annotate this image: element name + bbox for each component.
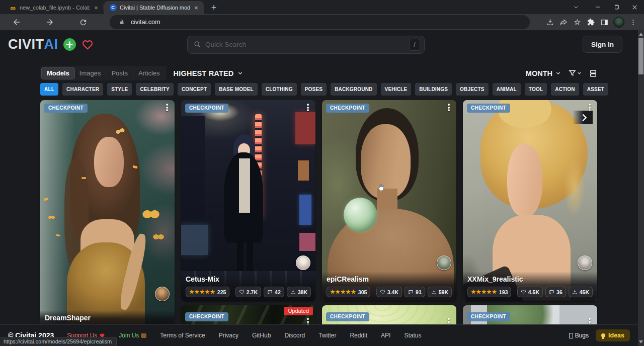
tab-search-icon[interactable] — [569, 0, 583, 14]
model-preview-image — [181, 100, 315, 301]
checkpoint-badge: CHECKPOINT — [467, 104, 510, 113]
window-controls — [569, 0, 644, 14]
money-emoji — [141, 333, 146, 338]
model-title[interactable]: Cetus-Mix — [186, 275, 311, 283]
model-title[interactable]: epiCRealism — [327, 275, 452, 283]
category-buildings[interactable]: BUILDINGS — [415, 83, 452, 96]
downloads-stat: 59K — [428, 287, 452, 297]
scrollbar-thumb[interactable] — [638, 38, 643, 74]
scroll-up-arrow[interactable] — [639, 33, 643, 36]
comment-icon — [549, 289, 554, 295]
footer-link-api[interactable]: API — [381, 332, 390, 339]
model-title[interactable]: XXMix_9realistic — [467, 275, 593, 283]
category-concept[interactable]: CONCEPT — [178, 83, 211, 96]
category-style[interactable]: STYLE — [107, 83, 132, 96]
category-celebrity[interactable]: CELEBRITY — [136, 83, 173, 96]
page-viewport: CIVITAI / Sign In Models Images Posts Ar… — [0, 30, 644, 346]
content-type-tabs: Models Images Posts Articles — [40, 66, 167, 80]
tab-posts[interactable]: Posts — [106, 67, 133, 79]
layout-toggle-button[interactable] — [589, 69, 598, 78]
filter-button[interactable] — [568, 69, 582, 77]
share-icon[interactable] — [557, 15, 571, 29]
search-input[interactable] — [205, 41, 405, 48]
browser-profile-avatar[interactable] — [613, 17, 624, 28]
create-plus-button[interactable] — [63, 38, 76, 51]
category-poses[interactable]: POSES — [301, 83, 327, 96]
category-action[interactable]: ACTION — [551, 83, 579, 96]
bookmark-star-icon[interactable] — [571, 15, 584, 29]
period-dropdown[interactable]: MONTH — [526, 69, 561, 77]
search-shortcut-badge: / — [409, 39, 420, 51]
filter-icon — [568, 69, 577, 77]
footer-link-join[interactable]: Join Us — [119, 332, 146, 339]
category-base-model[interactable]: BASE MODEL — [215, 83, 258, 96]
category-clothing[interactable]: CLOTHING — [262, 83, 297, 96]
extensions-icon[interactable] — [584, 15, 598, 29]
categories-scroll-right-icon[interactable] — [579, 111, 590, 124]
address-bar[interactable]: civitai.com — [110, 15, 530, 29]
tab-articles[interactable]: Articles — [133, 67, 165, 79]
footer-link-reddit[interactable]: Reddit — [350, 332, 367, 339]
comments-stat: 91 — [405, 287, 425, 297]
creator-avatar[interactable] — [155, 287, 170, 301]
side-panel-icon[interactable] — [598, 15, 611, 29]
browser-menu-icon[interactable] — [626, 15, 640, 29]
model-title[interactable]: DreamShaper — [45, 314, 170, 322]
tab-images[interactable]: Images — [74, 67, 106, 79]
footer-link-status[interactable]: Status — [404, 332, 421, 339]
card-menu-icon[interactable]: ••• — [445, 103, 453, 112]
maximize-button[interactable] — [607, 0, 625, 14]
footer-link-terms[interactable]: Terms of Service — [160, 332, 205, 339]
creator-avatar[interactable] — [437, 255, 451, 270]
card-menu-icon[interactable]: ••• — [304, 103, 312, 112]
model-card-cetus-mix[interactable]: CHECKPOINT ••• Cetus-Mix ★★★★★225 2.7K 4… — [181, 100, 315, 301]
footer-link-discord[interactable]: Discord — [284, 332, 305, 339]
footer-link-privacy[interactable]: Privacy — [219, 332, 238, 339]
likes-stat: 3.4K — [376, 287, 402, 297]
sort-dropdown[interactable]: HIGHEST RATED — [174, 69, 244, 77]
category-character[interactable]: CHARACTER — [62, 83, 103, 96]
close-button[interactable] — [625, 0, 644, 14]
tab-models[interactable]: Models — [42, 67, 74, 79]
ideas-button[interactable]: Ideas — [596, 329, 630, 341]
toolbar-icons — [543, 15, 640, 29]
model-card-epicrealism[interactable]: CHECKPOINT ••• epiCRealism ★★★★★305 3.4K… — [322, 100, 456, 301]
new-tab-button[interactable]: + — [208, 2, 220, 14]
category-objects[interactable]: OBJECTS — [456, 83, 489, 96]
category-tool[interactable]: TOOL — [525, 83, 547, 96]
model-card-dreamshaper[interactable]: CHECKPOINT ••• DreamShaper — [40, 100, 175, 329]
category-background[interactable]: BACKGROUND — [331, 83, 376, 96]
category-all[interactable]: ALL — [40, 83, 58, 96]
footer-link-twitter[interactable]: Twitter — [318, 332, 336, 339]
forward-button[interactable] — [42, 15, 57, 29]
model-preview-image — [322, 100, 456, 301]
category-asset[interactable]: ASSET — [583, 83, 608, 96]
support-heart-icon[interactable] — [81, 39, 94, 51]
page-scrollbar[interactable] — [638, 30, 644, 346]
tab-close-icon[interactable]: × — [193, 4, 200, 11]
category-animal[interactable]: ANIMAL — [493, 83, 521, 96]
install-icon[interactable] — [543, 15, 557, 29]
tab-close-icon[interactable]: × — [93, 4, 100, 11]
tab-title: new_colab_file.ipynb - Colaborat — [20, 5, 90, 11]
bugs-link[interactable]: Bugs — [569, 332, 589, 339]
sign-in-button[interactable]: Sign In — [583, 36, 622, 53]
reload-button[interactable] — [75, 15, 91, 29]
minimize-button[interactable] — [588, 0, 607, 14]
checkpoint-badge: CHECKPOINT — [326, 104, 369, 113]
browser-tab-colab[interactable]: ∞ new_colab_file.ipynb - Colaborat × — [4, 1, 104, 14]
civitai-logo[interactable]: CIVITAI — [8, 37, 58, 52]
browser-tab-civitai[interactable]: C Civitai | Stable Diffusion models, × — [104, 1, 204, 14]
card-menu-icon[interactable]: ••• — [163, 103, 171, 112]
back-button[interactable] — [9, 15, 24, 29]
mouse-cursor — [376, 183, 386, 192]
category-vehicle[interactable]: VEHICLE — [381, 83, 412, 96]
creator-avatar[interactable] — [578, 255, 592, 270]
footer-link-github[interactable]: GitHub — [252, 332, 271, 339]
comments-stat: 36 — [545, 287, 566, 297]
model-card-xxmix[interactable]: CHECKPOINT ••• XXMix_9realistic ★★★★★193… — [463, 100, 597, 301]
search-bar[interactable]: / — [187, 36, 425, 54]
model-preview-image — [463, 100, 597, 301]
scroll-down-arrow[interactable] — [639, 340, 643, 343]
creator-avatar[interactable] — [296, 255, 310, 270]
